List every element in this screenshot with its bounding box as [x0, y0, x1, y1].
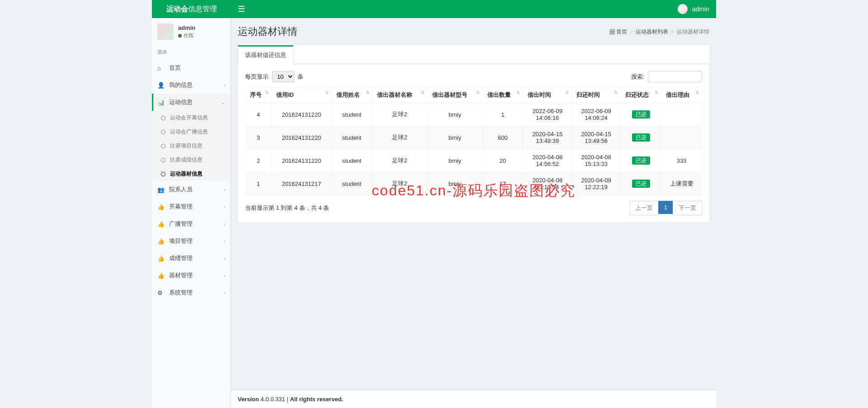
status-badge: 已还	[632, 157, 650, 165]
sidebar-subitem-运动会开幕信息[interactable]: 运动会开幕信息	[152, 111, 231, 125]
chevron-left-icon: ‹	[224, 222, 225, 227]
circle-icon	[161, 172, 165, 176]
sort-icon: ⇅	[516, 90, 520, 95]
dashboard-icon: ▦	[609, 28, 615, 35]
sidebar-item-开幕管理[interactable]: 👍开幕管理‹	[152, 198, 231, 215]
breadcrumb-item[interactable]: 运动器材列表	[630, 28, 668, 36]
avatar-icon	[678, 4, 688, 14]
sort-icon: ⇅	[614, 90, 618, 95]
tabs: 该器材借还信息	[238, 45, 709, 64]
gear-icon: ⚙	[157, 289, 165, 296]
thumbs-icon: 👍	[157, 221, 165, 228]
sidebar-item-器材管理[interactable]: 👍器材管理‹	[152, 267, 231, 284]
sort-icon: ⇅	[366, 90, 369, 95]
sort-icon: ⇅	[655, 90, 658, 95]
sidebar-subitem-比赛成绩信息[interactable]: 比赛成绩信息	[152, 153, 231, 167]
breadcrumb: ▦ 首页运动器材列表运动器材详情	[609, 28, 709, 36]
sidebar-subitem-运动会广播信息[interactable]: 运动会广播信息	[152, 125, 231, 139]
status-dot-icon	[178, 34, 182, 38]
search-input[interactable]	[648, 71, 702, 82]
pagination: 上一页 1 下一页	[630, 201, 702, 215]
chevron-left-icon: ‹	[224, 83, 225, 88]
sidebar-item-成绩管理[interactable]: 👍成绩管理‹	[152, 250, 231, 267]
page-next[interactable]: 下一页	[673, 201, 702, 215]
sidebar-toggle-icon[interactable]: ☰	[238, 4, 245, 14]
sidebar-username: admin	[178, 24, 195, 31]
chevron-down-icon: ⌄	[222, 100, 225, 105]
column-header[interactable]: 借出时间⇅	[523, 87, 572, 103]
table-row: 4 201624131220 student 足球2 brniy 1 2022-…	[245, 103, 702, 126]
sidebar-subitem-运动器材信息[interactable]: 运动器材信息	[152, 167, 231, 181]
sort-icon: ⇅	[265, 90, 269, 95]
user-status: 在线	[178, 32, 195, 39]
avatar	[157, 24, 174, 40]
sidebar-item-广播管理[interactable]: 👍广播管理‹	[152, 215, 231, 232]
sidebar-item-我的信息[interactable]: 👤我的信息‹	[152, 76, 231, 94]
menu-header: 菜单	[152, 45, 231, 59]
table-info: 当前显示第 1 到第 4 条，共 4 条	[245, 204, 329, 212]
column-header[interactable]: 归还状态⇅	[621, 87, 661, 103]
chevron-left-icon: ‹	[224, 187, 225, 192]
sidebar-item-系统管理[interactable]: ⚙系统管理‹	[152, 284, 231, 301]
table-box: 每页显示 10 条 搜索: 序号⇅借用ID⇅借用姓名⇅借出器材名称⇅借出器材型号…	[238, 64, 709, 223]
column-header[interactable]: 借出数量⇅	[482, 87, 523, 103]
circle-icon	[161, 130, 165, 134]
column-header[interactable]: 借出器材名称⇅	[372, 87, 427, 103]
sort-icon: ⇅	[476, 90, 480, 95]
column-header[interactable]: 借出理由⇅	[661, 87, 702, 103]
navbar: ☰ admin	[231, 4, 716, 14]
user-panel: admin 在线	[152, 18, 231, 45]
chart-icon: 📊	[157, 99, 165, 106]
breadcrumb-item: 运动器材详情	[671, 28, 709, 36]
column-header[interactable]: 序号⇅	[245, 87, 272, 103]
chevron-left-icon: ‹	[224, 290, 225, 295]
table-search: 搜索:	[631, 71, 702, 82]
status-badge: 已还	[632, 110, 650, 119]
page-prev[interactable]: 上一页	[630, 201, 659, 215]
content-header: 运动器材详情 ▦ 首页运动器材列表运动器材详情	[231, 18, 716, 38]
table-row: 3 201624131220 student 足球2 brniy 600 202…	[245, 126, 702, 149]
data-table: 序号⇅借用ID⇅借用姓名⇅借出器材名称⇅借出器材型号⇅借出数量⇅借出时间⇅归还时…	[245, 87, 702, 195]
page-length-select[interactable]: 10	[272, 71, 294, 82]
tab-borrow-info[interactable]: 该器材借还信息	[238, 45, 293, 64]
column-header[interactable]: 借用ID⇅	[271, 87, 331, 103]
table-length: 每页显示 10 条	[245, 71, 303, 82]
logo[interactable]: 运动会信息管理	[152, 5, 231, 14]
status-badge: 已还	[632, 133, 650, 142]
user-menu[interactable]: admin	[678, 4, 709, 14]
page-title: 运动器材详情	[238, 25, 297, 38]
circle-icon	[161, 144, 165, 148]
users-icon: 👥	[157, 186, 165, 193]
column-header[interactable]: 归还时间⇅	[572, 87, 621, 103]
sidebar-item-运动信息[interactable]: 📊运动信息⌄	[152, 94, 231, 111]
main-header: 运动会信息管理 ☰ admin	[152, 0, 716, 18]
sidebar-item-项目管理[interactable]: 👍项目管理‹	[152, 232, 231, 250]
column-header[interactable]: 借用姓名⇅	[331, 87, 372, 103]
sidebar-item-院系人员[interactable]: 👥院系人员‹	[152, 181, 231, 198]
chevron-left-icon: ‹	[224, 204, 225, 209]
status-badge: 已还	[632, 180, 650, 188]
sort-icon: ⇅	[325, 90, 329, 95]
content-wrapper: 运动器材详情 ▦ 首页运动器材列表运动器材详情 该器材借还信息 每页显示 10 …	[231, 18, 716, 408]
table-row: 1 201624131217 student 足球2 brniy 17 2020…	[245, 172, 702, 195]
table-row: 2 201624131220 student 足球2 brniy 20 2020…	[245, 149, 702, 172]
page-1[interactable]: 1	[659, 201, 673, 215]
header-username: admin	[692, 5, 709, 13]
home-icon: ⌂	[157, 65, 165, 71]
circle-icon	[161, 158, 165, 162]
thumbs-icon: 👍	[157, 204, 165, 210]
column-header[interactable]: 借出器材型号⇅	[427, 87, 482, 103]
chevron-left-icon: ‹	[224, 256, 225, 261]
sidebar: admin 在线 菜单 ⌂首页👤我的信息‹📊运动信息⌄运动会开幕信息运动会广播信…	[152, 18, 231, 408]
sort-icon: ⇅	[565, 90, 569, 95]
sidebar-subitem-比赛项目信息[interactable]: 比赛项目信息	[152, 139, 231, 153]
sort-icon: ⇅	[695, 90, 699, 95]
chevron-left-icon: ‹	[224, 239, 225, 244]
sidebar-item-首页[interactable]: ⌂首页	[152, 59, 231, 76]
user-icon: 👤	[157, 82, 165, 89]
thumbs-icon: 👍	[157, 255, 165, 262]
chevron-left-icon: ‹	[224, 273, 225, 278]
thumbs-icon: 👍	[157, 272, 165, 279]
sort-icon: ⇅	[421, 90, 425, 95]
breadcrumb-item[interactable]: ▦ 首页	[609, 28, 627, 36]
